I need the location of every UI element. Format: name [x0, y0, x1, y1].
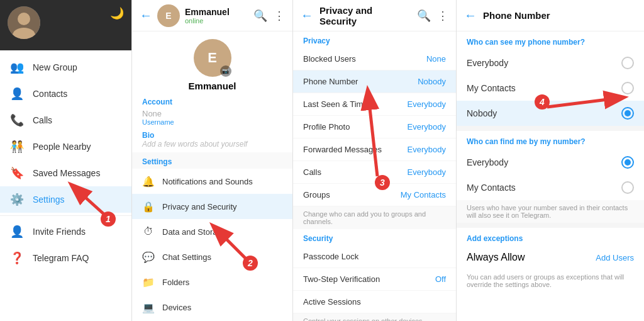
- sidebar-item-faq[interactable]: ❓ Telegram FAQ: [0, 245, 131, 271]
- my-contacts-see-radio[interactable]: [621, 82, 634, 94]
- nobody-see-radio[interactable]: [621, 107, 634, 120]
- folders-item[interactable]: 📁 Folders: [132, 269, 292, 295]
- profile-name: Emmanuel: [142, 81, 282, 91]
- phone-back-button[interactable]: ←: [464, 8, 477, 23]
- sidebar-item-contacts[interactable]: 👤 Contacts: [0, 81, 131, 107]
- sidebar-label-new-group: New Group: [33, 62, 77, 72]
- username-label: Username: [142, 118, 282, 126]
- sidebar-item-people-nearby[interactable]: 🧑‍🤝‍🧑 People Nearby: [0, 133, 131, 160]
- header-actions: 🔍 ⋮: [253, 9, 285, 23]
- svg-point-1: [18, 13, 30, 25]
- privacy-item[interactable]: 🔒 Privacy and Security: [132, 194, 292, 219]
- two-step-label: Two-Step Verification: [303, 274, 380, 284]
- privacy-header: ← Privacy and Security 🔍 ⋮: [293, 0, 456, 31]
- phone-panel: ← Phone Number Who can see my phone numb…: [457, 0, 644, 321]
- everybody-find-dot: [625, 159, 631, 166]
- active-sessions-item[interactable]: Active Sessions: [293, 291, 456, 313]
- everybody-see-radio[interactable]: [621, 57, 634, 69]
- privacy-content: Privacy Blocked Users None Phone Number …: [293, 31, 456, 321]
- nobody-see-option[interactable]: Nobody: [457, 101, 644, 126]
- sidebar-label-invite-friends: Invite Friends: [33, 227, 86, 237]
- who-can-find-note: Users who have your number saved in thei…: [457, 200, 644, 223]
- saved-messages-icon: 🔖: [10, 166, 24, 180]
- chat-settings-label: Chat Settings: [162, 252, 211, 262]
- phone-number-item[interactable]: Phone Number Nobody: [293, 70, 456, 93]
- forwarded-messages-item[interactable]: Forwarded Messages Everybody: [293, 138, 456, 161]
- devices-item[interactable]: 💻 Devices: [132, 295, 292, 320]
- notifications-item[interactable]: 🔔 Notifications and Sounds: [132, 169, 292, 194]
- chat-header: ← E Emmanuel online 🔍 ⋮: [132, 0, 292, 31]
- devices-label: Devices: [162, 303, 191, 312]
- sidebar-item-saved-messages[interactable]: 🔖 Saved Messages: [0, 160, 131, 186]
- calls-label: Calls: [303, 167, 321, 177]
- phone-content: Who can see my phone number? Everybody M…: [457, 31, 644, 321]
- privacy-more-icon[interactable]: ⋮: [437, 9, 448, 23]
- always-allow-label: Always Allow: [467, 252, 525, 263]
- add-users-button[interactable]: Add Users: [596, 253, 634, 262]
- settings-section-label: Settings: [132, 152, 292, 169]
- new-group-icon: 👥: [10, 60, 24, 74]
- sidebar-divider: [0, 215, 131, 216]
- more-icon[interactable]: ⋮: [274, 9, 285, 23]
- my-contacts-see-option[interactable]: My Contacts: [457, 76, 644, 101]
- sidebar-label-contacts: Contacts: [33, 89, 67, 99]
- privacy-search-icon[interactable]: 🔍: [417, 9, 431, 23]
- data-storage-label: Data and Storage: [162, 227, 226, 237]
- calls-icon: 📞: [10, 113, 24, 127]
- everybody-find-label: Everybody: [467, 157, 508, 167]
- account-label: Account: [142, 95, 282, 109]
- groups-label: Groups: [303, 190, 330, 200]
- my-contacts-find-radio[interactable]: [621, 181, 634, 194]
- privacy-panel: ← Privacy and Security 🔍 ⋮ Privacy Block…: [293, 0, 457, 321]
- sidebar-item-calls[interactable]: 📞 Calls: [0, 107, 131, 133]
- profile-photo-item[interactable]: Profile Photo Everybody: [293, 116, 456, 138]
- privacy-back-button[interactable]: ←: [301, 8, 313, 23]
- data-storage-item[interactable]: ⏱ Data and Storage: [132, 219, 292, 244]
- privacy-title: Privacy and Security: [319, 5, 411, 26]
- user-status: online: [185, 17, 248, 25]
- phone-number-value: Nobody: [418, 77, 446, 86]
- profile-area: E 📷 Emmanuel: [132, 31, 292, 91]
- nobody-see-label: Nobody: [467, 108, 497, 118]
- notifications-label: Notifications and Sounds: [162, 177, 253, 186]
- back-button[interactable]: ←: [140, 8, 152, 23]
- everybody-see-option[interactable]: Everybody: [457, 50, 644, 76]
- sidebar-label-saved-messages: Saved Messages: [33, 168, 100, 178]
- sidebar-label-people-nearby: People Nearby: [33, 142, 91, 152]
- groups-value: My Contacts: [401, 190, 446, 200]
- sidebar-header: 🌙: [0, 0, 131, 50]
- sidebar-item-settings[interactable]: ⚙️ Settings: [0, 186, 131, 213]
- last-seen-item[interactable]: Last Seen & Time Everybody: [293, 93, 456, 116]
- folders-label: Folders: [162, 278, 189, 287]
- spacer: [142, 126, 282, 131]
- chat-settings-item[interactable]: 💬 Chat Settings: [132, 244, 292, 269]
- security-note: Control your sessions on other devices.: [293, 313, 456, 321]
- folders-icon: 📁: [142, 276, 155, 288]
- groups-item[interactable]: Groups My Contacts: [293, 184, 456, 206]
- sidebar: 🌙 👥 New Group 👤 Contacts 📞 Calls 🧑‍🤝‍🧑 P…: [0, 0, 132, 321]
- add-exceptions-label: Add exceptions: [457, 228, 644, 245]
- section-divider2: [457, 223, 644, 228]
- calls-item[interactable]: Calls Everybody: [293, 161, 456, 184]
- blocked-users-item[interactable]: Blocked Users None: [293, 48, 456, 70]
- camera-overlay-icon[interactable]: 📷: [220, 65, 231, 77]
- everybody-find-option[interactable]: Everybody: [457, 150, 644, 175]
- invite-friends-icon: 👤: [10, 225, 24, 239]
- who-can-see-label: Who can see my phone number?: [457, 31, 644, 50]
- search-icon[interactable]: 🔍: [253, 9, 267, 23]
- sidebar-label-settings: Settings: [33, 194, 65, 205]
- sidebar-item-new-group[interactable]: 👥 New Group: [0, 54, 131, 81]
- radio-selected-dot: [625, 110, 631, 116]
- two-step-value: Off: [435, 274, 446, 284]
- sidebar-item-invite-friends[interactable]: 👤 Invite Friends: [0, 218, 131, 245]
- passcode-item[interactable]: Passcode Lock: [293, 245, 456, 268]
- contacts-icon: 👤: [10, 87, 24, 101]
- user-avatar: E: [157, 4, 180, 27]
- calls-value: Everybody: [408, 167, 446, 177]
- profile-photo-value: Everybody: [408, 122, 446, 132]
- profile-photo-label: Profile Photo: [303, 122, 350, 132]
- bio-placeholder: Add a few words about yourself: [142, 140, 282, 149]
- my-contacts-find-option[interactable]: My Contacts: [457, 175, 644, 200]
- two-step-item[interactable]: Two-Step Verification Off: [293, 268, 456, 291]
- everybody-find-radio[interactable]: [621, 156, 634, 169]
